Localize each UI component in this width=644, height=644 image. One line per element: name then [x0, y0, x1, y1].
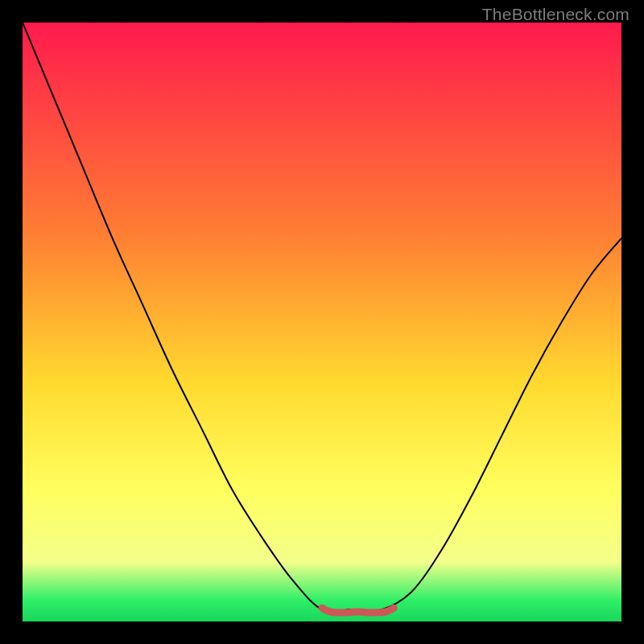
chart-frame: TheBottleneck.com [0, 0, 644, 644]
gradient-background [23, 23, 621, 621]
plot-svg [23, 23, 621, 621]
plot-area [23, 23, 621, 621]
watermark-label: TheBottleneck.com [482, 5, 630, 24]
